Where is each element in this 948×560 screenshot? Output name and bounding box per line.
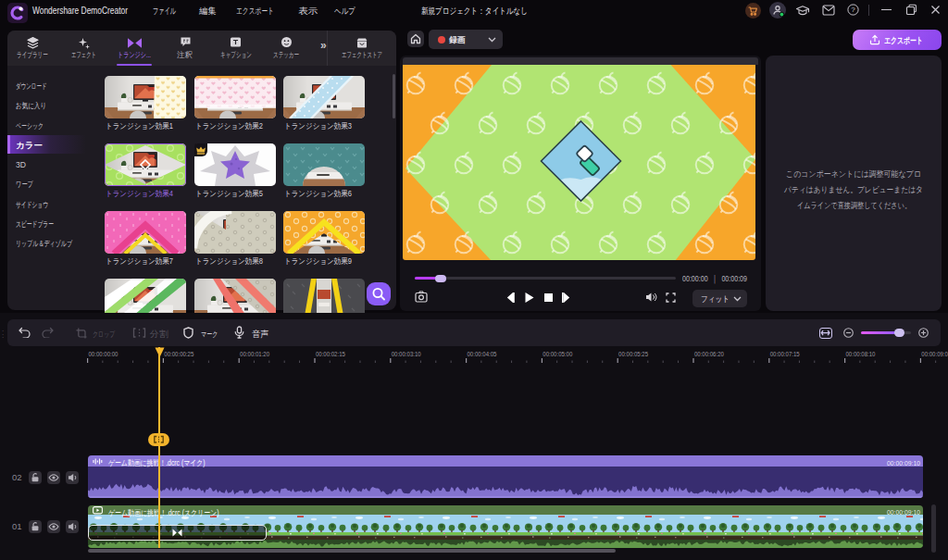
svg-text:このコンポーネントには調整可能なプロ: このコンポーネントには調整可能なプロ — [786, 169, 921, 179]
svg-text:00:00:03:10: 00:00:03:10 — [392, 350, 421, 358]
svg-text:フィット: フィット — [701, 294, 730, 304]
svg-text:音声: 音声 — [252, 329, 268, 339]
svg-text:リップル＆ディゾルブ: リップル＆ディゾルブ — [16, 239, 72, 248]
svg-text:00:00:00:25: 00:00:00:25 — [164, 350, 193, 358]
svg-text:イムラインで直接調整してください。: イムラインで直接調整してください。 — [797, 201, 911, 210]
svg-text:00:00:01:20: 00:00:01:20 — [240, 350, 269, 358]
svg-text:00:00:02:15: 00:00:02:15 — [316, 350, 345, 358]
svg-text:サイドショウ: サイドショウ — [16, 200, 48, 209]
svg-text:00:00:04:05: 00:00:04:05 — [468, 350, 497, 358]
svg-text:ワープ: ワープ — [16, 180, 33, 189]
svg-text:00:00:09:10: 00:00:09:10 — [887, 459, 920, 467]
svg-text:ベーシック: ベーシック — [16, 121, 44, 131]
svg-text:トランジション効果9: トランジション効果9 — [284, 256, 352, 266]
svg-text:トランジション効果3: トランジション効果3 — [284, 121, 352, 131]
svg-text:クロップ: クロップ — [92, 330, 115, 339]
svg-text:録画: 録画 — [448, 35, 465, 44]
svg-text:ゲーム動画に挑戦！.dcrc (スクリーン): ゲーム動画に挑戦！.dcrc (スクリーン) — [108, 507, 219, 516]
svg-text:00:00:00:00: 00:00:00:00 — [89, 350, 118, 358]
svg-text:00:00:07:15: 00:00:07:15 — [770, 350, 800, 358]
svg-text:02: 02 — [12, 472, 22, 482]
svg-text:ダウンロード: ダウンロード — [16, 81, 47, 91]
svg-text:3D: 3D — [16, 160, 26, 169]
svg-text:スピードブラー: スピードブラー — [16, 219, 54, 229]
svg-text:00:00:00 ｜ 00:00:09: 00:00:00 ｜ 00:00:09 — [682, 273, 747, 284]
svg-text:Wondershare DemoCreator: Wondershare DemoCreator — [32, 5, 128, 16]
svg-text:00:00:08:10: 00:00:08:10 — [846, 350, 876, 358]
svg-text:00:00:06:20: 00:00:06:20 — [694, 350, 724, 358]
svg-text:00:00:05:00: 00:00:05:00 — [543, 350, 572, 358]
svg-text:01: 01 — [12, 521, 22, 531]
svg-text:トランジション効果6: トランジション効果6 — [284, 189, 352, 198]
svg-text:カラー: カラー — [16, 141, 43, 150]
svg-text:パティはありません。プレビューまたはタ: パティはありません。プレビューまたはタ — [783, 185, 923, 194]
svg-text:エクスポート: エクスポート — [884, 35, 923, 45]
svg-text:ゲーム動画に挑戦！.dcrc (マイク): ゲーム動画に挑戦！.dcrc (マイク) — [108, 458, 206, 467]
svg-text:00:00:05:25: 00:00:05:25 — [618, 350, 648, 358]
svg-text:00:00:09:10: 00:00:09:10 — [887, 508, 920, 516]
svg-text:ヘルプ: ヘルプ — [334, 6, 356, 16]
svg-text:新規プロジェクト：タイトルなし: 新規プロジェクト：タイトルなし — [421, 6, 528, 16]
svg-text:00:00:09:05: 00:00:09:05 — [921, 350, 948, 358]
svg-text:エフェクトストア: エフェクトストア — [342, 50, 382, 59]
svg-text:?: ? — [851, 6, 855, 14]
svg-text:お気に入り: お気に入り — [16, 101, 46, 110]
